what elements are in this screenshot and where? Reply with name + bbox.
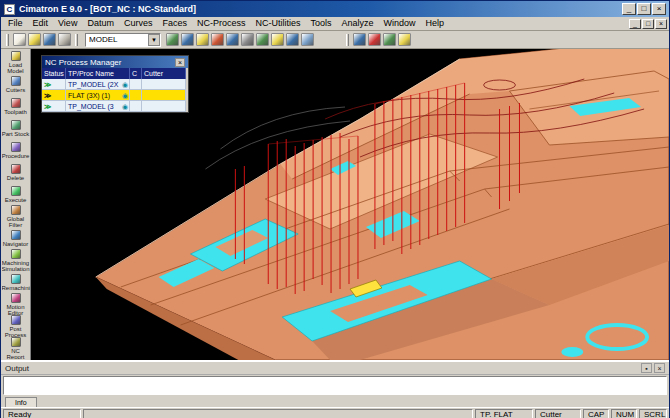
help-icon[interactable] <box>398 33 411 46</box>
print-icon[interactable] <box>58 33 71 46</box>
execute-label: Execute <box>2 197 30 203</box>
toolbar-grip[interactable] <box>75 34 78 46</box>
row-name: TP_MODEL (2X <box>68 81 118 88</box>
output-panel-header[interactable]: Output ▪ × <box>1 362 669 375</box>
layers-icon[interactable] <box>301 33 314 46</box>
status-num: NUM <box>611 409 637 418</box>
close-button[interactable]: × <box>652 3 666 15</box>
row-name: TP_MODEL (3 <box>68 103 114 110</box>
pan-icon[interactable] <box>196 33 209 46</box>
nc-tool-part-stock[interactable]: Part Stock <box>1 117 30 139</box>
menu-view[interactable]: View <box>53 17 82 30</box>
pin-icon[interactable]: ▪ <box>641 363 652 373</box>
shade-icon[interactable] <box>241 33 254 46</box>
menu-curves[interactable]: Curves <box>119 17 158 30</box>
menu-window[interactable]: Window <box>379 17 421 30</box>
post-process-label: Post Process <box>2 326 30 337</box>
filter-combo-value: MODEL <box>89 35 117 44</box>
child-close-button[interactable]: × <box>655 19 667 29</box>
table-row-selected[interactable]: ≫ FLAT (3X) (1)◉ <box>42 90 188 101</box>
status-tp: TP. FLAT <box>475 409 533 418</box>
toolbar-grip[interactable] <box>6 34 9 46</box>
motion-editor-label: Motion Editor <box>2 304 30 315</box>
verify-icon[interactable] <box>368 33 381 46</box>
menu-edit[interactable]: Edit <box>28 17 54 30</box>
select-icon[interactable] <box>166 33 179 46</box>
nc-tool-global-filter[interactable]: Global Filter <box>1 205 30 227</box>
coordsys-icon: ◉ <box>122 79 128 90</box>
menu-nc-process[interactable]: NC-Process <box>192 17 251 30</box>
child-restore-button[interactable]: □ <box>642 19 654 29</box>
menu-nc-utilities[interactable]: NC-Utilities <box>250 17 305 30</box>
tab-info[interactable]: Info <box>5 397 37 407</box>
open-file-icon[interactable] <box>28 33 41 46</box>
menu-help[interactable]: Help <box>421 17 450 30</box>
filter-combo[interactable]: MODEL ▼ <box>85 33 161 47</box>
machining-simulation-icon <box>11 249 21 259</box>
row-status-icon: ≫ <box>42 101 66 112</box>
table-row[interactable]: ≫ TP_MODEL (2X◉ <box>42 79 188 90</box>
column-header-name[interactable]: TP/Proc Name <box>66 68 130 79</box>
chevron-down-icon[interactable]: ▼ <box>148 34 160 46</box>
nc-process-manager-panel: NC Process Manager × Status TP/Proc Name… <box>41 55 189 113</box>
panel-close-icon[interactable]: × <box>175 58 185 67</box>
row-status-icon: ≫ <box>42 79 66 90</box>
close-icon[interactable]: × <box>654 363 665 373</box>
cutters-label: Cutters <box>2 87 30 93</box>
bottom-tab-strip: Info <box>1 396 669 407</box>
status-bar: Ready TP. FLAT Cutter CAP NUM SCRL <box>1 407 669 418</box>
simulation-icon[interactable] <box>353 33 366 46</box>
menu-analyze[interactable]: Analyze <box>336 17 378 30</box>
nc-tool-load-model[interactable]: Load Model <box>1 51 30 73</box>
measure-icon[interactable] <box>286 33 299 46</box>
column-header-cutter[interactable]: Cutter <box>142 68 186 79</box>
procedure-label: Procedure <box>2 153 30 159</box>
motion-editor-icon <box>11 293 21 303</box>
menu-faces[interactable]: Faces <box>157 17 192 30</box>
nc-tool-execute[interactable]: Execute <box>1 183 30 205</box>
toolbar-grip[interactable] <box>346 34 349 46</box>
status-ready: Ready <box>3 409 81 418</box>
cutters-icon <box>11 76 21 86</box>
table-row[interactable]: ≫ TP_MODEL (3◉ <box>42 101 188 112</box>
main-toolbar: MODEL ▼ <box>1 31 669 49</box>
wireframe-icon[interactable] <box>256 33 269 46</box>
menu-datum[interactable]: Datum <box>82 17 119 30</box>
nc-tool-navigator[interactable]: Navigator <box>1 227 30 249</box>
nc-tool-nc-report[interactable]: NC Report <box>1 337 30 359</box>
rotate-view-icon[interactable] <box>211 33 224 46</box>
nc-process-manager-titlebar[interactable]: NC Process Manager × <box>42 56 188 68</box>
output-content[interactable] <box>3 376 667 395</box>
procedure-icon <box>11 142 21 152</box>
nc-tool-cutters[interactable]: Cutters <box>1 73 30 95</box>
nc-tool-motion-editor[interactable]: Motion Editor <box>1 293 30 315</box>
row-name: FLAT (3X) (1) <box>68 92 110 99</box>
remachining-label: Remachining <box>2 285 30 291</box>
title-bar: C Cimatron E 9.0 - [BOT_NC : NC-Standard… <box>1 1 669 17</box>
nc-guide-toolbar: Load ModelCuttersToolpathPart StockProce… <box>1 49 31 360</box>
column-header-c[interactable]: C <box>130 68 142 79</box>
nc-tool-procedure[interactable]: Procedure <box>1 139 30 161</box>
nc-tool-remachining[interactable]: Remachining <box>1 271 30 293</box>
save-icon[interactable] <box>43 33 56 46</box>
display-filter-icon[interactable] <box>271 33 284 46</box>
nc-report-icon <box>11 337 21 347</box>
nc-tool-machining-simulation[interactable]: Machining Simulation <box>1 249 30 271</box>
column-header-status[interactable]: Status <box>42 68 66 79</box>
global-filter-icon <box>11 205 21 215</box>
child-minimize-button[interactable]: _ <box>629 19 641 29</box>
status-cap: CAP <box>583 409 609 418</box>
3d-viewport[interactable]: NC Process Manager × Status TP/Proc Name… <box>31 49 669 360</box>
menu-file[interactable]: File <box>3 17 28 30</box>
fit-view-icon[interactable] <box>226 33 239 46</box>
nc-tool-toolpath[interactable]: Toolpath <box>1 95 30 117</box>
new-file-icon[interactable] <box>13 33 26 46</box>
nc-tool-post-process[interactable]: Post Process <box>1 315 30 337</box>
maximize-button[interactable]: □ <box>637 3 651 15</box>
zoom-icon[interactable] <box>181 33 194 46</box>
settings-icon[interactable] <box>383 33 396 46</box>
navigator-label: Navigator <box>2 241 30 247</box>
nc-tool-delete[interactable]: Delete <box>1 161 30 183</box>
minimize-button[interactable]: _ <box>622 3 636 15</box>
menu-tools[interactable]: Tools <box>305 17 336 30</box>
